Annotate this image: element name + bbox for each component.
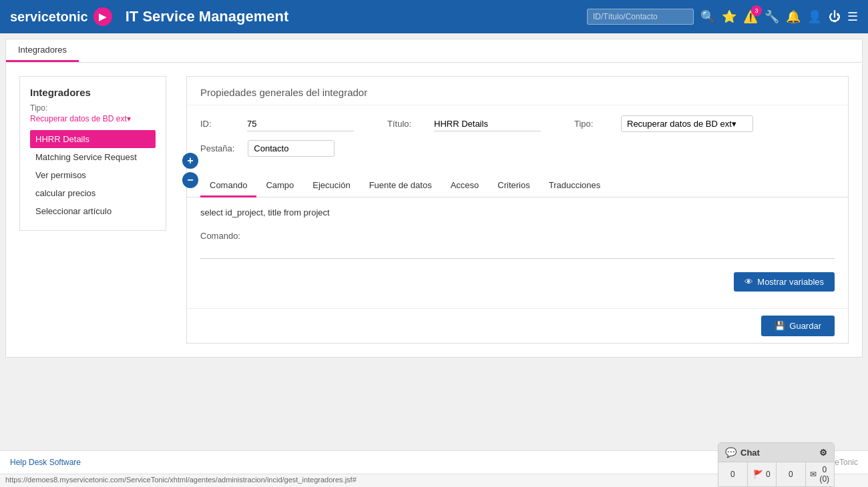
search-input[interactable]	[587, 9, 694, 25]
page-title: IT Service Management	[126, 8, 587, 25]
titulo-label: Título:	[387, 119, 421, 129]
tab-campo[interactable]: Campo	[256, 175, 303, 197]
chat-widget: 💬 Chat ⚙ 0 🚩 0 0 ✉ 0 (0)	[718, 442, 835, 487]
command-area: select id_project, title from project Co…	[187, 197, 848, 302]
section-title: Propiedades generales del integrador	[187, 77, 848, 105]
chat-header: 💬 Chat ⚙	[718, 443, 834, 462]
sidebar-item-matching[interactable]: Matching Service Request	[30, 148, 156, 166]
id-label: ID:	[200, 119, 234, 129]
logo: servicetonic ▶	[10, 7, 112, 26]
sidebar-item-articulo[interactable]: Seleccionar artículo	[30, 202, 156, 220]
tab-ejecucion[interactable]: Ejecución	[303, 175, 359, 197]
chat-count-middle: 0	[777, 462, 806, 486]
header: servicetonic ▶ IT Service Management 🔍 ⭐…	[0, 0, 868, 33]
pestana-label: Pestaña:	[200, 143, 234, 153]
sidebar-list: HHRR Details Matching Service Request Ve…	[30, 130, 156, 220]
tab-integradores[interactable]: Integradores	[6, 39, 79, 62]
add-button[interactable]: +	[182, 153, 198, 169]
tab-acceso[interactable]: Acceso	[441, 175, 489, 197]
power-icon[interactable]: ⏻	[829, 10, 841, 24]
inner-tabs: Comando Campo Ejecución Fuente de datos …	[187, 175, 848, 197]
sidebar-item-permisos[interactable]: Ver permisos	[30, 166, 156, 184]
chat-gear-icon[interactable]: ⚙	[819, 448, 827, 458]
remove-button[interactable]: −	[182, 172, 198, 188]
tab-criterios[interactable]: Criterios	[488, 175, 539, 197]
main-content-panel: Propiedades generales del integrador ID:…	[186, 76, 849, 344]
user-icon[interactable]: 👤	[807, 9, 822, 24]
chat-count-flag: 🚩 0	[748, 462, 777, 486]
alert-badge: 3	[751, 5, 762, 16]
titulo-field[interactable]	[434, 117, 541, 131]
logo-text: servicetonic	[10, 9, 88, 25]
form-area: ID: Título: Tipo: Recuperar datos de BD …	[187, 105, 848, 175]
tools-icon[interactable]: 🔧	[765, 9, 779, 24]
command-label: Comando:	[200, 231, 835, 241]
tab-comando[interactable]: Comando	[200, 175, 256, 197]
tab-bar: Integradores	[5, 39, 863, 62]
help-desk-link[interactable]: Help Desk Software	[10, 458, 81, 467]
chat-title: Chat	[740, 448, 760, 458]
tab-fuente[interactable]: Fuente de datos	[360, 175, 441, 197]
chat-count-mail: ✉ 0 (0)	[806, 462, 835, 486]
chat-bubble-icon: 💬	[725, 447, 736, 458]
sidebar-controls: + −	[182, 153, 198, 188]
form-row-pestana: Pestaña: Contacto	[200, 140, 835, 157]
command-input[interactable]	[200, 244, 835, 259]
eye-icon: 👁	[744, 277, 753, 287]
chat-count-0: 0	[718, 462, 748, 486]
pestana-select-wrapper: Contacto	[248, 140, 335, 157]
guardar-button[interactable]: 💾 Guardar	[761, 316, 835, 336]
action-bar: 💾 Guardar	[187, 308, 848, 343]
menu-icon[interactable]: ☰	[847, 9, 858, 24]
sidebar: Integradores Tipo: Recuperar datos de BD…	[19, 76, 166, 231]
id-field[interactable]	[247, 117, 354, 131]
sidebar-title: Integradores	[30, 87, 156, 98]
form-row-id: ID: Título: Tipo: Recuperar datos de BD …	[200, 115, 835, 132]
tab-traducciones[interactable]: Traducciones	[539, 175, 610, 197]
sidebar-item-precios[interactable]: calcular precios	[30, 184, 156, 202]
logo-icon[interactable]: ▶	[93, 7, 112, 26]
content-panel: Integradores Tipo: Recuperar datos de BD…	[5, 62, 863, 358]
search-icon[interactable]: 🔍	[700, 9, 715, 24]
save-icon: 💾	[775, 321, 785, 331]
tipo-select-wrapper: Recuperar datos de BD ext▾	[621, 115, 753, 132]
tipo-select[interactable]: Recuperar datos de BD ext▾	[621, 115, 753, 132]
tipo-label: Tipo:	[574, 119, 608, 129]
bell-icon[interactable]: 🔔	[786, 9, 801, 24]
star-icon[interactable]: ⭐	[722, 9, 736, 24]
header-actions: 🔍 ⭐ ⚠️ 3 🔧 🔔 👤 ⏻ ☰	[587, 9, 858, 25]
query-text: select id_project, title from project	[200, 207, 835, 217]
alert-icon[interactable]: ⚠️ 3	[743, 9, 758, 24]
chat-counts: 0 🚩 0 0 ✉ 0 (0)	[718, 462, 834, 486]
page-layout: Integradores Tipo: Recuperar datos de BD…	[19, 76, 849, 344]
pestana-select[interactable]: Contacto	[248, 140, 335, 157]
mostrar-variables-button[interactable]: 👁 Mostrar variables	[734, 272, 835, 292]
sidebar-tipo-value: Recuperar datos de BD ext▾	[30, 114, 156, 123]
sidebar-tipo-label: Tipo:	[30, 103, 156, 113]
sidebar-item-hhrr[interactable]: HHRR Details	[30, 130, 156, 148]
